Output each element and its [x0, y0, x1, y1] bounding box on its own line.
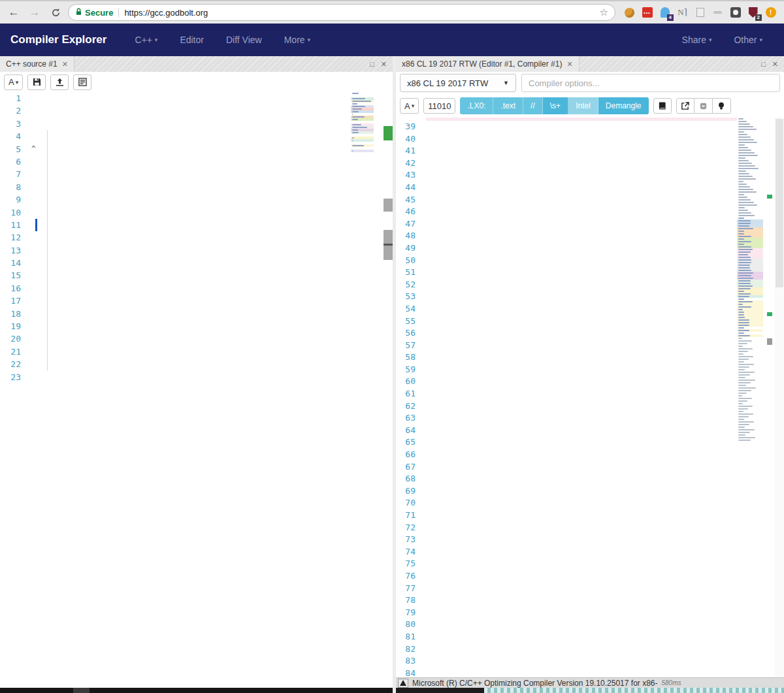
- font-size-button[interactable]: A▾: [4, 74, 23, 90]
- dash-extension-icon[interactable]: [711, 7, 724, 19]
- asm-code-line[interactable]: 66: [396, 449, 784, 461]
- source-code-line[interactable]: 23: [0, 371, 393, 383]
- close-pane-icon[interactable]: ✕: [381, 60, 387, 69]
- scrollbar-handle[interactable]: [396, 688, 484, 693]
- filter-button-s[interactable]: \s+: [543, 97, 568, 114]
- alert-extension-icon[interactable]: !: [764, 7, 777, 19]
- asm-code-line[interactable]: 84: [396, 668, 784, 677]
- source-editor[interactable]: 1234567891011121314151617181920212223 ^: [0, 92, 393, 688]
- template-button[interactable]: [73, 74, 91, 90]
- source-code-line[interactable]: 21: [0, 346, 393, 358]
- source-code-line[interactable]: 2: [0, 105, 393, 117]
- source-code-line[interactable]: 20: [0, 332, 393, 345]
- asm-code-line[interactable]: 83: [396, 655, 784, 668]
- navbar-item-more[interactable]: More▾: [273, 35, 321, 45]
- asm-code-line[interactable]: 70: [396, 497, 784, 509]
- compiler-tab[interactable]: x86 CL 19 2017 RTW (Editor #1, Compiler …: [396, 56, 580, 72]
- asm-code-line[interactable]: 59: [396, 364, 784, 376]
- source-code-line[interactable]: 13: [0, 244, 393, 257]
- source-code-line[interactable]: 22: [0, 358, 393, 370]
- asm-code-line[interactable]: 49: [396, 242, 784, 255]
- format-button[interactable]: [694, 98, 713, 114]
- asm-code-line[interactable]: 62: [396, 400, 784, 413]
- source-code-line[interactable]: 5: [0, 143, 393, 155]
- open-external-button[interactable]: [676, 98, 694, 114]
- asm-code-line[interactable]: 67: [396, 461, 784, 474]
- asm-code-line[interactable]: 71: [396, 509, 784, 522]
- close-pane-icon[interactable]: ✕: [772, 60, 778, 69]
- filter-button-text[interactable]: .text: [493, 97, 523, 114]
- asm-code-line[interactable]: 74: [396, 546, 784, 558]
- navbar-item-editor[interactable]: Editor: [169, 35, 215, 45]
- asm-code-line[interactable]: 46: [396, 206, 784, 218]
- maximize-icon[interactable]: □: [761, 60, 766, 69]
- reload-icon[interactable]: [48, 5, 63, 20]
- compiler-select[interactable]: x86 CL 19 2017 RTW ▼: [400, 74, 516, 92]
- asm-code-line[interactable]: 65: [396, 436, 784, 449]
- asm-code-line[interactable]: 57: [396, 340, 784, 352]
- asm-code-line[interactable]: 56: [396, 327, 784, 340]
- compiler-options-input[interactable]: [521, 74, 780, 92]
- back-icon[interactable]: ←: [7, 5, 21, 20]
- source-code-line[interactable]: 19: [0, 320, 393, 332]
- source-tab[interactable]: C++ source #1 ✕: [0, 56, 74, 72]
- save-button[interactable]: [27, 74, 46, 90]
- source-code-line[interactable]: 3: [0, 118, 393, 130]
- asm-code-line[interactable]: 58: [396, 351, 784, 364]
- source-code-line[interactable]: 14: [0, 257, 393, 269]
- source-code-line[interactable]: 1: [0, 92, 393, 105]
- scrollbar-handle[interactable]: [73, 688, 90, 693]
- source-code-line[interactable]: 11: [0, 219, 393, 231]
- maximize-icon[interactable]: □: [370, 60, 374, 69]
- forward-icon[interactable]: →: [27, 5, 42, 20]
- source-code-line[interactable]: 12: [0, 231, 393, 244]
- source-code-line[interactable]: 6: [0, 155, 393, 168]
- asm-code-line[interactable]: 44: [396, 182, 784, 194]
- source-code-line[interactable]: 15: [0, 269, 393, 282]
- navbar-item-other[interactable]: Other▾: [723, 35, 774, 45]
- asm-code-line[interactable]: 42: [396, 157, 784, 170]
- source-code-line[interactable]: 8: [0, 181, 393, 193]
- asm-code-line[interactable]: 72: [396, 522, 784, 534]
- asm-code-line[interactable]: 55: [396, 315, 784, 328]
- asm-code-line[interactable]: 43: [396, 169, 784, 182]
- scrollbar-handle[interactable]: [776, 119, 783, 287]
- asm-code-line[interactable]: 82: [396, 643, 784, 656]
- camera-extension-icon[interactable]: [729, 7, 742, 19]
- asm-code-line[interactable]: 47: [396, 218, 784, 231]
- assembly-horizontal-scrollbar[interactable]: [396, 688, 784, 693]
- bookmark-star-icon[interactable]: ☆: [600, 7, 608, 18]
- asm-code-line[interactable]: 45: [396, 194, 784, 206]
- source-tab-close-icon[interactable]: ✕: [62, 60, 68, 69]
- source-code-line[interactable]: 7: [0, 168, 393, 180]
- asm-code-line[interactable]: 81: [396, 631, 784, 643]
- asm-code-line[interactable]: 75: [396, 558, 784, 570]
- navbar-item-diffview[interactable]: Diff View: [215, 35, 273, 45]
- asm-code-line[interactable]: 63: [396, 412, 784, 425]
- compiler-tab-close-icon[interactable]: ✕: [566, 60, 572, 69]
- asm-code-line[interactable]: 61: [396, 388, 784, 400]
- binary-toggle-button[interactable]: 11010: [423, 98, 455, 114]
- fold-caret-icon[interactable]: ^: [31, 144, 36, 153]
- ghostery-extension-icon[interactable]: 4: [659, 7, 671, 19]
- navbar-item-c[interactable]: C++▾: [123, 35, 169, 45]
- asm-code-line[interactable]: 78: [396, 594, 784, 607]
- assembly-minimap[interactable]: [737, 118, 763, 677]
- filter-button-[interactable]: //: [523, 97, 543, 114]
- source-overview-ruler[interactable]: [384, 92, 393, 688]
- assembly-editor[interactable]: 3940414243444546474849505152535455565758…: [396, 118, 784, 677]
- source-code-line[interactable]: 18: [0, 308, 393, 320]
- optimization-bulb-button[interactable]: [713, 98, 731, 114]
- font-size-button[interactable]: A▾: [400, 98, 419, 114]
- asm-code-line[interactable]: 73: [396, 534, 784, 546]
- source-horizontal-scrollbar[interactable]: [0, 688, 393, 693]
- source-code-line[interactable]: 10: [0, 206, 393, 219]
- asm-code-line[interactable]: 69: [396, 485, 784, 498]
- asm-code-line[interactable]: 39: [396, 121, 784, 133]
- shield-extension-icon[interactable]: 2: [747, 7, 759, 19]
- filter-button-lx0[interactable]: .LX0:: [460, 97, 493, 114]
- address-bar[interactable]: Secure https://gcc.godbolt.org ☆: [68, 4, 615, 21]
- asm-code-line[interactable]: 68: [396, 473, 784, 485]
- navbar-item-share[interactable]: Share▾: [671, 35, 723, 45]
- filter-button-intel[interactable]: Intel: [568, 97, 598, 114]
